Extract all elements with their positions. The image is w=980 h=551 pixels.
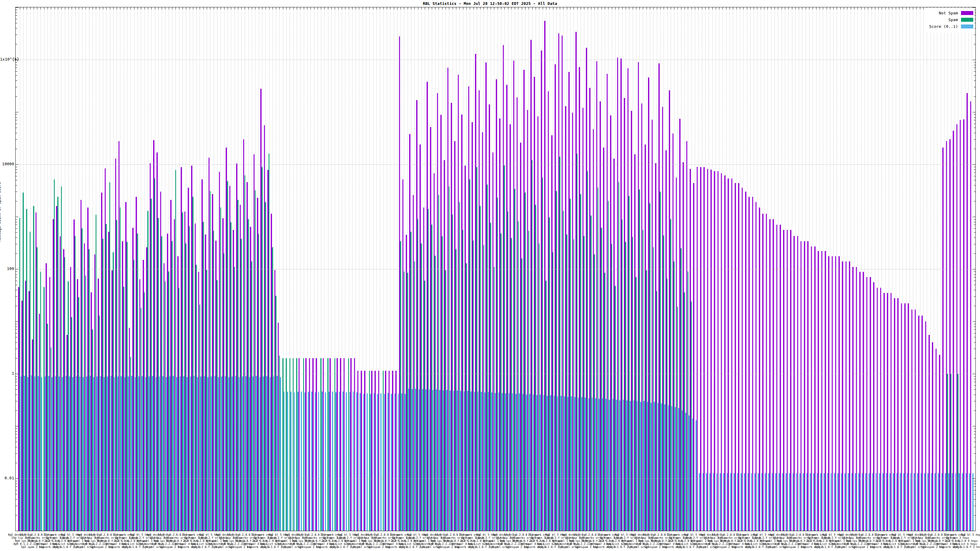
bar-not-spam	[846, 261, 847, 531]
top-tick	[636, 7, 636, 10]
top-tick	[511, 7, 512, 10]
top-tick	[844, 7, 844, 10]
bar-not-spam	[718, 171, 719, 531]
bar-not-spam	[769, 219, 770, 531]
bar-not-spam	[305, 358, 307, 531]
top-tick	[501, 7, 501, 10]
y-minor-tick-left	[16, 10, 17, 10]
top-tick	[200, 7, 200, 10]
top-tick	[387, 7, 387, 10]
top-tick	[601, 7, 602, 10]
y-tick-label: 100	[0, 266, 14, 271]
bar-not-spam	[800, 241, 802, 531]
gridline-y	[16, 60, 975, 60]
top-tick	[646, 7, 647, 10]
top-tick	[345, 7, 345, 10]
top-tick	[667, 7, 668, 10]
top-tick	[684, 7, 685, 10]
top-tick	[854, 7, 854, 10]
y-minor-tick-left	[16, 358, 17, 359]
bar-not-spam	[953, 131, 954, 531]
top-tick	[747, 7, 747, 10]
bar-not-spam	[807, 241, 808, 531]
y-minor-tick-right	[974, 506, 975, 506]
y-axis-title: Message Count or Spam Score	[0, 182, 2, 241]
top-tick	[352, 7, 353, 10]
y-tick-label: 1x10^{6}	[0, 57, 14, 62]
top-tick	[214, 7, 214, 10]
bar-not-spam	[780, 225, 781, 531]
top-tick	[158, 7, 159, 10]
bar-not-spam	[967, 93, 968, 531]
gridline-y	[16, 164, 975, 165]
top-tick	[671, 7, 671, 10]
top-tick	[310, 7, 311, 10]
top-tick	[837, 7, 837, 10]
top-tick	[266, 7, 266, 10]
top-tick	[902, 7, 903, 10]
top-tick	[137, 7, 138, 10]
top-tick	[72, 7, 72, 10]
top-tick	[259, 7, 259, 10]
y-minor-tick-right	[974, 170, 975, 170]
bar-not-spam	[794, 236, 795, 531]
top-tick	[366, 7, 366, 10]
top-tick	[612, 7, 612, 10]
y-minor-tick-right	[974, 35, 975, 35]
top-tick	[640, 7, 640, 10]
top-tick	[262, 7, 262, 10]
y-minor-tick-right	[974, 306, 975, 306]
top-tick	[889, 7, 889, 10]
bar-not-spam	[312, 358, 313, 531]
top-tick	[792, 7, 792, 10]
y-minor-tick-right	[974, 490, 975, 491]
top-tick	[709, 7, 709, 10]
top-tick	[542, 7, 543, 10]
bar-score	[301, 392, 302, 531]
y-minor-tick-left	[16, 463, 17, 463]
y-minor-tick-left	[16, 172, 17, 173]
top-tick	[615, 7, 616, 10]
top-tick	[913, 7, 913, 10]
top-tick	[117, 7, 117, 10]
y-minor-tick-right	[974, 114, 975, 115]
top-tick	[307, 7, 307, 10]
top-tick	[155, 7, 155, 10]
y-minor-tick-left	[16, 167, 17, 167]
y-minor-tick-right	[974, 337, 975, 337]
top-tick	[445, 7, 446, 10]
bar-not-spam	[935, 349, 937, 531]
legend-label: Spam	[948, 17, 958, 22]
y-minor-tick-right	[974, 180, 975, 180]
bar-not-spam	[849, 261, 850, 531]
top-tick	[757, 7, 757, 10]
bar-not-spam	[714, 171, 715, 531]
y-minor-tick-left	[16, 81, 17, 81]
y-minor-tick-right	[974, 296, 975, 297]
y-major-tick-right	[973, 321, 975, 322]
top-tick	[165, 7, 165, 10]
top-tick	[383, 7, 384, 10]
bar-not-spam	[354, 358, 355, 531]
bar-not-spam	[766, 214, 767, 531]
y-major-tick-right	[973, 531, 975, 531]
top-tick	[663, 7, 664, 10]
y-minor-tick-left	[16, 219, 17, 219]
bar-not-spam	[783, 230, 784, 531]
top-tick	[130, 7, 131, 10]
top-tick	[833, 7, 834, 10]
y-minor-tick-right	[974, 149, 975, 149]
y-minor-tick-left	[16, 429, 17, 429]
top-tick	[536, 7, 536, 10]
y-minor-tick-left	[16, 201, 17, 202]
bar-not-spam	[877, 288, 878, 531]
y-minor-tick-left	[16, 281, 17, 281]
top-tick	[189, 7, 190, 10]
top-tick	[276, 7, 276, 10]
y-minor-tick-left	[16, 28, 17, 29]
y-minor-tick-left	[16, 499, 17, 500]
top-tick	[380, 7, 380, 10]
top-tick	[207, 7, 207, 10]
bar-score	[346, 392, 347, 531]
top-tick	[328, 7, 328, 10]
